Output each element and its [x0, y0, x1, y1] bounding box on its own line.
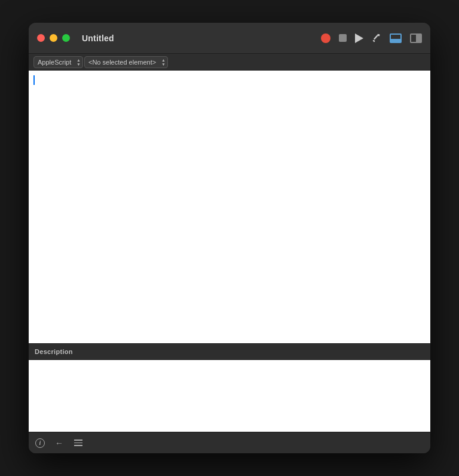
title-bar: Untitled — [29, 23, 430, 54]
stop-button[interactable] — [339, 34, 347, 42]
toolbar-controls — [321, 33, 422, 43]
compile-button[interactable] — [372, 33, 381, 43]
zoom-button[interactable] — [62, 34, 70, 42]
list-button[interactable] — [73, 438, 84, 448]
language-dropdown[interactable]: AppleScript JavaScript — [33, 56, 83, 68]
bottom-bar: i ← — [29, 432, 430, 453]
element-dropdown-wrapper[interactable]: <No selected element> ▲ ▼ — [84, 56, 168, 68]
info-icon: i — [35, 438, 45, 448]
description-header: Description — [29, 343, 430, 360]
script-editor[interactable] — [29, 71, 430, 343]
back-icon: ← — [55, 438, 63, 448]
close-button[interactable] — [37, 34, 45, 42]
language-toolbar: AppleScript JavaScript ▲ ▼ <No selected … — [29, 54, 430, 71]
language-dropdown-wrapper[interactable]: AppleScript JavaScript ▲ ▼ — [33, 56, 83, 68]
info-button[interactable]: i — [35, 438, 45, 448]
applescript-editor-window: Untitled AppleScript JavaScript — [29, 23, 430, 453]
traffic-lights — [37, 34, 70, 42]
element-dropdown[interactable]: <No selected element> — [84, 56, 168, 68]
layout-side-button[interactable] — [410, 33, 422, 43]
layout-bottom-button[interactable] — [390, 33, 402, 43]
list-icon — [74, 440, 82, 446]
record-button[interactable] — [321, 33, 331, 43]
window-title: Untitled — [79, 33, 321, 43]
play-button[interactable] — [355, 33, 363, 43]
description-editor[interactable] — [29, 360, 430, 432]
minimize-button[interactable] — [50, 34, 57, 42]
text-cursor — [33, 75, 35, 85]
description-label: Description — [35, 348, 73, 355]
back-button[interactable]: ← — [54, 438, 65, 448]
